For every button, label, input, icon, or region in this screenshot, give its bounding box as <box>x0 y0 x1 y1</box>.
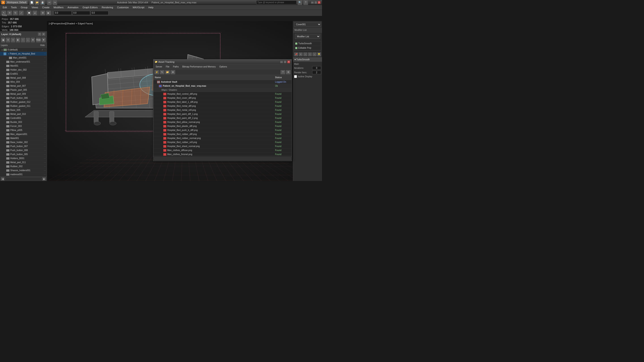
at-menu-options[interactable]: Options <box>218 65 228 68</box>
menu-group[interactable]: Group <box>19 5 30 9</box>
at-scrollbar[interactable] <box>154 157 291 160</box>
maximize-btn[interactable]: □ <box>314 1 317 4</box>
layer-move-down[interactable]: ↓ <box>26 37 30 42</box>
asset-row[interactable]: Patient_on_Hospital_Bed_max_vray.max Ok <box>154 84 292 88</box>
asset-row[interactable]: Hospital_Bed_paint_diff_1.png Found <box>154 112 292 116</box>
z-coord-input[interactable] <box>90 11 108 15</box>
layer-show-all[interactable]: ▼ <box>41 37 46 42</box>
render-btn[interactable]: ▶ <box>46 10 51 15</box>
menu-tools[interactable]: Tools <box>9 5 18 9</box>
help-btn[interactable]: ? <box>303 0 308 5</box>
menu-maxscript[interactable]: MAXScript <box>131 5 146 9</box>
scroll-right[interactable]: ▶ <box>42 177 46 181</box>
redo-btn[interactable]: ↪ <box>52 0 57 5</box>
list-item[interactable]: Push_button_008 ··· <box>0 148 47 152</box>
list-item[interactable]: Man_shirt001 ··· <box>0 56 47 60</box>
mod-light-btn[interactable]: 💡 <box>317 52 321 56</box>
asset-row[interactable]: Hospital_Bed_cover_diff.png Found <box>154 96 292 100</box>
list-item[interactable]: Control001 ··· <box>0 116 47 120</box>
list-item[interactable]: ▸ 0 (default) ✓ ··· <box>0 48 47 52</box>
search-btn[interactable]: 🔍 <box>298 0 302 5</box>
menu-customize[interactable]: Customize <box>116 5 130 9</box>
at-menu-bitmaps[interactable]: Bitmap Performance and Memory <box>181 65 217 68</box>
layer-deselect[interactable]: ✕ <box>6 37 10 42</box>
asset-row[interactable]: Hospital_Bed_label_1_diff.png Found <box>154 100 292 104</box>
menu-help[interactable]: Help <box>147 5 156 9</box>
asset-row[interactable]: Maps / Shaders <box>154 88 292 92</box>
list-item[interactable]: Pillow_p005 ··· <box>0 128 47 132</box>
list-item[interactable]: ▾ Patient_on_Hospital_Bed ··· <box>0 52 47 56</box>
list-item[interactable]: Metal_part_008 ··· <box>0 76 47 80</box>
list-item[interactable]: End001 ··· <box>0 72 47 76</box>
expand-icon[interactable]: ▸ <box>1 48 4 51</box>
list-item[interactable]: Holders_B001 ··· <box>0 156 47 160</box>
list-item[interactable]: Holder_doc_002 ··· <box>0 68 47 72</box>
layer-hide-btn[interactable]: Hide <box>36 37 41 42</box>
asset-row[interactable]: Hospital_Bed_paint_diff_2.png Found <box>154 116 292 120</box>
asset-row[interactable]: Hospital_Bed_control_diff.png Found <box>154 92 292 96</box>
asset-row[interactable]: Hospital_Bed_metal_refl.png Found <box>154 108 292 112</box>
list-item[interactable]: Buckle_003 ··· <box>0 120 47 124</box>
asset-row[interactable]: Hospital_Bed_rubber_normal.png Found <box>154 136 292 140</box>
list-item[interactable]: Metal_part_007 ··· <box>0 84 47 88</box>
y-coord-input[interactable] <box>72 11 90 15</box>
mod-down-btn[interactable]: ↓ <box>312 52 317 56</box>
layer-delete[interactable]: 🗑 <box>16 37 20 42</box>
asset-row[interactable]: Man_clothes_diffuse.png Found <box>154 148 292 152</box>
list-item[interactable]: Base_005 ··· <box>0 108 47 112</box>
asset-row[interactable]: Hospital_Bed_plastic_diff.png Found <box>154 124 292 128</box>
mod-minus-btn[interactable]: - <box>303 52 308 56</box>
asset-row[interactable]: Hospital_Bed_pillow_normal.png Found <box>154 120 292 124</box>
layer-freeze[interactable]: ❄ <box>31 37 35 42</box>
menu-views[interactable]: Views <box>30 5 40 9</box>
mod-up-btn[interactable]: ↑ <box>308 52 312 56</box>
angle-snap-btn[interactable]: ∠ <box>32 10 37 15</box>
minimize-btn[interactable]: — <box>311 1 314 4</box>
render-iters-spinner[interactable]: 2 <box>312 71 321 74</box>
at-close[interactable]: ✕ <box>287 60 290 63</box>
asset-row[interactable]: Hospital_Bed_sheet_normal.png Found <box>154 144 292 148</box>
at-connect-btn[interactable]: ⚡ <box>154 70 159 74</box>
list-item[interactable]: Metal_part_011 ··· <box>0 160 47 164</box>
list-item[interactable]: Rubber_gasket_012 ··· <box>0 100 47 104</box>
list-item[interactable]: Forcer_003 ··· <box>0 124 47 128</box>
at-help-btn[interactable]: ? <box>280 70 285 74</box>
iterations-spinner[interactable]: 0 <box>312 66 321 70</box>
list-item[interactable]: Rubber_002 ··· <box>0 164 47 168</box>
list-item[interactable]: Base_holder_002 ··· <box>0 140 47 144</box>
search-input[interactable] <box>256 0 296 4</box>
layer-panel-help[interactable]: ? <box>38 32 41 36</box>
x-coord-input[interactable] <box>54 11 72 15</box>
workspace-selector[interactable]: Workspace: Default <box>6 1 28 4</box>
asset-row[interactable]: Hospital_Bed_push_b_diff.png Found <box>154 128 292 132</box>
mod-plus-btn[interactable]: + <box>299 52 303 56</box>
menu-rendering[interactable]: Rendering <box>100 5 115 9</box>
menu-edit[interactable]: Edit <box>1 5 9 9</box>
menu-graph-editors[interactable]: Graph Editors <box>81 5 100 9</box>
list-item[interactable]: Mate001 ··· <box>0 136 47 140</box>
save-btn[interactable]: 💾 <box>40 0 45 5</box>
menu-create[interactable]: Create <box>40 5 51 9</box>
modifier-list-dropdown[interactable]: Modifier List <box>295 34 320 39</box>
list-item[interactable]: Man_underwear001 ··· <box>0 60 47 64</box>
at-menu-paths[interactable]: Paths <box>172 65 180 68</box>
new-btn[interactable]: 📄 <box>29 0 34 5</box>
expand-icon[interactable]: ▾ <box>7 52 10 55</box>
at-minimize[interactable]: — <box>280 60 283 63</box>
asset-row[interactable]: Man_clothes_fresnel.png Found <box>154 152 292 156</box>
layer-panel-close[interactable]: ✕ <box>42 32 46 36</box>
at-refresh-btn[interactable]: ↻ <box>160 70 164 74</box>
at-grid-btn[interactable]: ⊞ <box>170 70 175 74</box>
layer-add[interactable]: + <box>11 37 15 42</box>
object-name-select[interactable]: Cover001 <box>294 22 321 27</box>
scroll-left[interactable]: ◀ <box>1 177 4 181</box>
at-maximize[interactable]: □ <box>284 60 287 63</box>
at-settings-btn[interactable]: ⚙ <box>286 70 291 74</box>
modifier-edpoly[interactable]: Editable Poly <box>294 46 321 50</box>
asset-row[interactable]: Hospital_Bed_rubber_refl.png Found <box>154 140 292 144</box>
list-item[interactable]: Man_slippers001 ··· <box>0 132 47 136</box>
list-item[interactable]: Push_button_006 ··· <box>0 96 47 100</box>
list-item[interactable]: Rubber_gasket_011 ··· <box>0 104 47 108</box>
mod-pin-btn[interactable]: 📌 <box>294 52 298 56</box>
asset-row[interactable]: Hospital_Bed_metal_diff.png Found <box>154 104 292 108</box>
